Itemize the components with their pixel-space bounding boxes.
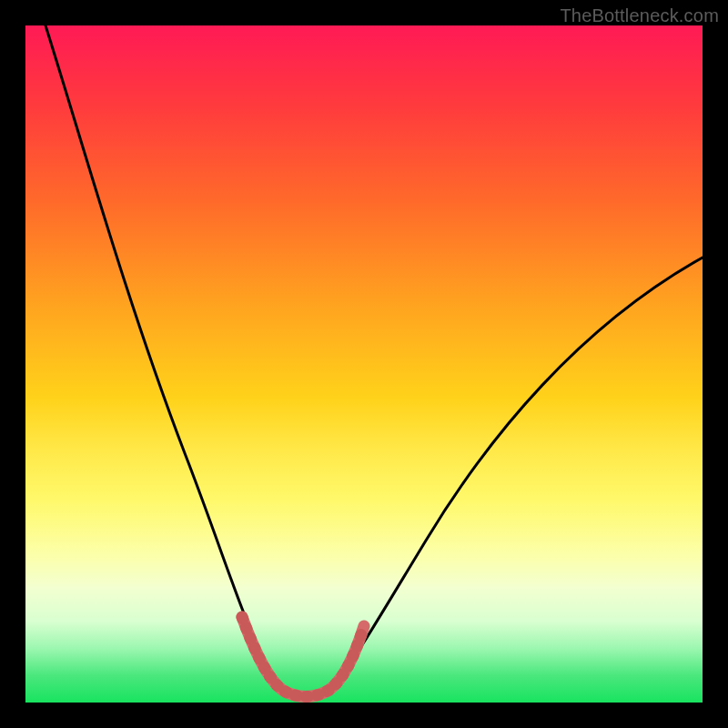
curve-main-path — [46, 25, 703, 695]
chart-frame: TheBottleneck.com — [0, 0, 728, 728]
bottleneck-curve — [25, 25, 703, 703]
plot-area — [25, 25, 703, 703]
watermark-text: TheBottleneck.com — [560, 5, 719, 26]
curve-highlight-dots — [242, 617, 364, 697]
